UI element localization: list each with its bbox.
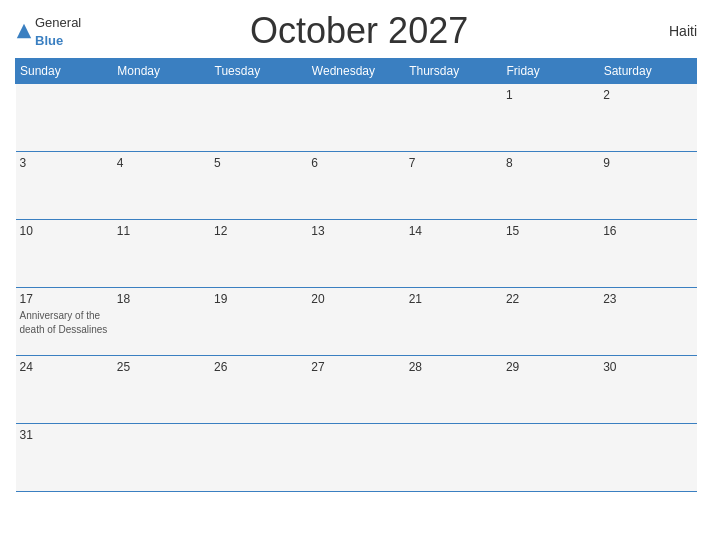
calendar-day-cell: 15	[502, 220, 599, 288]
day-number: 31	[20, 428, 109, 442]
calendar-day-cell: 7	[405, 152, 502, 220]
calendar-day-cell: 14	[405, 220, 502, 288]
day-number: 23	[603, 292, 692, 306]
day-number: 8	[506, 156, 595, 170]
calendar-day-cell	[16, 84, 113, 152]
header-sunday: Sunday	[16, 59, 113, 84]
day-number: 15	[506, 224, 595, 238]
day-number: 7	[409, 156, 498, 170]
day-number: 21	[409, 292, 498, 306]
day-number: 14	[409, 224, 498, 238]
day-number: 16	[603, 224, 692, 238]
weekday-header-row: Sunday Monday Tuesday Wednesday Thursday…	[16, 59, 697, 84]
day-number: 28	[409, 360, 498, 374]
header-tuesday: Tuesday	[210, 59, 307, 84]
calendar-day-cell: 28	[405, 356, 502, 424]
day-number: 19	[214, 292, 303, 306]
calendar-day-cell	[210, 84, 307, 152]
calendar-day-cell: 4	[113, 152, 210, 220]
calendar-day-cell	[405, 424, 502, 492]
calendar-day-cell: 13	[307, 220, 404, 288]
calendar-day-cell	[307, 84, 404, 152]
day-number: 10	[20, 224, 109, 238]
calendar-week-row: 10111213141516	[16, 220, 697, 288]
calendar-header: General Blue October 2027 Haiti	[15, 10, 697, 52]
day-number: 26	[214, 360, 303, 374]
logo-blue: Blue	[35, 33, 63, 48]
calendar-week-row: 17Anniversary of the death of Dessalines…	[16, 288, 697, 356]
calendar-day-cell: 27	[307, 356, 404, 424]
calendar-day-cell	[502, 424, 599, 492]
day-number: 17	[20, 292, 109, 306]
day-number: 5	[214, 156, 303, 170]
calendar-day-cell: 3	[16, 152, 113, 220]
day-number: 3	[20, 156, 109, 170]
calendar-week-row: 3456789	[16, 152, 697, 220]
day-number: 2	[603, 88, 692, 102]
calendar-day-cell: 26	[210, 356, 307, 424]
calendar-week-row: 31	[16, 424, 697, 492]
calendar-day-cell: 29	[502, 356, 599, 424]
calendar-day-cell: 2	[599, 84, 696, 152]
day-number: 11	[117, 224, 206, 238]
day-number: 9	[603, 156, 692, 170]
day-number: 24	[20, 360, 109, 374]
header-saturday: Saturday	[599, 59, 696, 84]
day-number: 27	[311, 360, 400, 374]
header-friday: Friday	[502, 59, 599, 84]
general-blue-icon	[15, 22, 33, 40]
calendar-day-cell	[113, 84, 210, 152]
day-number: 20	[311, 292, 400, 306]
calendar-day-cell: 1	[502, 84, 599, 152]
logo-text: General Blue	[35, 13, 81, 49]
calendar-day-cell: 31	[16, 424, 113, 492]
day-number: 29	[506, 360, 595, 374]
calendar-day-cell	[405, 84, 502, 152]
calendar-day-cell: 20	[307, 288, 404, 356]
day-number: 6	[311, 156, 400, 170]
calendar-day-cell: 24	[16, 356, 113, 424]
calendar-day-cell: 6	[307, 152, 404, 220]
calendar-day-cell	[113, 424, 210, 492]
calendar-container: General Blue October 2027 Haiti Sunday M…	[0, 0, 712, 550]
day-number: 22	[506, 292, 595, 306]
calendar-day-cell: 21	[405, 288, 502, 356]
logo-general: General	[35, 15, 81, 30]
calendar-week-row: 24252627282930	[16, 356, 697, 424]
calendar-week-row: 12	[16, 84, 697, 152]
header-wednesday: Wednesday	[307, 59, 404, 84]
calendar-day-cell	[599, 424, 696, 492]
day-number: 18	[117, 292, 206, 306]
calendar-day-cell: 5	[210, 152, 307, 220]
calendar-day-cell: 16	[599, 220, 696, 288]
event-text: Anniversary of the death of Dessalines	[20, 310, 108, 335]
day-number: 30	[603, 360, 692, 374]
month-title: October 2027	[81, 10, 637, 52]
calendar-day-cell: 12	[210, 220, 307, 288]
header-thursday: Thursday	[405, 59, 502, 84]
calendar-day-cell	[210, 424, 307, 492]
header-monday: Monday	[113, 59, 210, 84]
calendar-day-cell: 23	[599, 288, 696, 356]
svg-marker-0	[17, 24, 31, 38]
day-number: 13	[311, 224, 400, 238]
calendar-day-cell: 9	[599, 152, 696, 220]
day-number: 1	[506, 88, 595, 102]
calendar-day-cell: 11	[113, 220, 210, 288]
day-number: 4	[117, 156, 206, 170]
country-label: Haiti	[637, 23, 697, 39]
calendar-day-cell: 8	[502, 152, 599, 220]
calendar-day-cell: 17Anniversary of the death of Dessalines	[16, 288, 113, 356]
day-number: 25	[117, 360, 206, 374]
calendar-day-cell: 10	[16, 220, 113, 288]
calendar-table: Sunday Monday Tuesday Wednesday Thursday…	[15, 58, 697, 492]
logo: General Blue	[15, 13, 81, 49]
calendar-day-cell: 25	[113, 356, 210, 424]
calendar-day-cell: 30	[599, 356, 696, 424]
day-number: 12	[214, 224, 303, 238]
calendar-day-cell	[307, 424, 404, 492]
calendar-day-cell: 18	[113, 288, 210, 356]
calendar-day-cell: 19	[210, 288, 307, 356]
calendar-day-cell: 22	[502, 288, 599, 356]
